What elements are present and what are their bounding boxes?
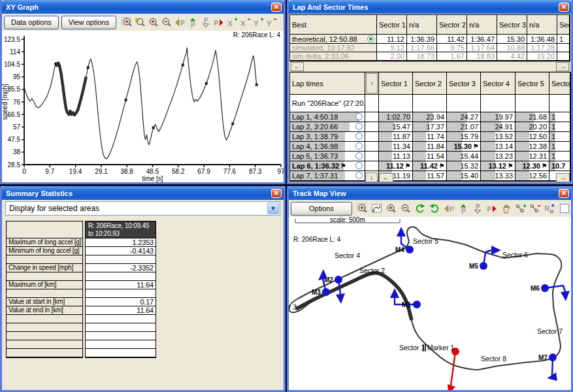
lap-row[interactable]: Lap 7, 1:37.3111.1911.5715.4013.3312.56	[290, 171, 570, 181]
data-options-button[interactable]: Data options	[4, 16, 59, 29]
remove-x-axis-icon[interactable]: X	[239, 17, 251, 28]
pb-flag-icon: ⚑	[439, 163, 444, 169]
lap-row[interactable]: Lap 6, 1:36.32⚑11.12⚑11.42⚑15.3213.12⚑12…	[290, 161, 570, 171]
lap-sector-times-window: Lap And Sector Times ✕ BestSector 1n/aSe…	[287, 0, 573, 184]
lap-radio[interactable]	[355, 172, 363, 179]
best-times-table: BestSector 1n/aSector 2n/aSector 3n/aSec…	[289, 14, 570, 61]
chevron-down-icon[interactable]: ▼	[267, 203, 279, 214]
best-row[interactable]: simulated, 10:17.829.121:17.669.751:17.6…	[290, 44, 570, 52]
rotate-ccw-icon[interactable]	[429, 203, 440, 214]
best-cell: 1:17.28	[527, 44, 557, 52]
xy-chart-area: R: 206Race L: 4 123.5114104.59585.57666.…	[2, 31, 284, 182]
add-x-axis-icon[interactable]: X	[226, 17, 238, 28]
next-marker-icon[interactable]: P	[213, 17, 225, 28]
summary-titlebar[interactable]: Summary Statistics ✕	[2, 186, 284, 200]
marker-up-icon[interactable]: P	[457, 203, 469, 214]
lap-radio[interactable]	[355, 142, 363, 150]
marker-down-icon[interactable]: P	[472, 203, 483, 214]
sector-label: Sector 8	[481, 355, 506, 363]
sector-time-cell: 13.23	[481, 152, 516, 161]
sector-time-cell: 1	[549, 142, 570, 152]
prev-marker-icon[interactable]: P	[174, 17, 186, 28]
best-row-label: sim delta, 2:33.06	[290, 52, 377, 61]
lap-scroll-right-button[interactable]: →	[556, 173, 570, 182]
best-cell: 4.42	[497, 52, 527, 61]
rotate-cw-icon[interactable]	[414, 203, 426, 214]
best-cell: 1.67	[437, 52, 467, 61]
close-icon[interactable]: ✕	[271, 189, 282, 198]
add-run-icon[interactable]: R	[544, 203, 555, 214]
lap-radio[interactable]	[355, 113, 363, 120]
lap-arrow-col	[365, 122, 379, 132]
track-map-titlebar[interactable]: Track Map View ✕	[289, 186, 571, 200]
lap-label: Lap 7, 1:37.31	[290, 171, 365, 181]
lap-radio[interactable]	[355, 133, 363, 140]
sector-time-cell: 15.40	[447, 171, 481, 181]
svg-text:P: P	[487, 205, 492, 212]
close-icon[interactable]: ✕	[559, 189, 569, 198]
sector-time-cell: 11.84	[413, 142, 447, 152]
lap-row[interactable]: Lap 2, 3:20.6615.4717.3721.0724.9120.201	[290, 122, 570, 132]
stat-value	[86, 255, 156, 264]
close-icon[interactable]: ✕	[559, 3, 569, 12]
lap-row[interactable]: Lap 1, 4:50.181:02.7023.9424.2719.9721.6…	[290, 112, 570, 122]
show-track-icon[interactable]	[371, 203, 383, 214]
remove-node-icon[interactable]	[529, 203, 541, 214]
zoom-out-icon[interactable]	[161, 17, 172, 28]
stat-value	[86, 315, 156, 323]
prev-marker-icon[interactable]: P	[443, 203, 455, 214]
next-marker-icon[interactable]: P	[486, 203, 498, 214]
display-mode-dropdown[interactable]: Display for selected areas ▼	[5, 201, 280, 216]
track-map-client: Options PPPPR scale: 500mR: 206Race L: 4…	[289, 200, 571, 390]
svg-text:P: P	[450, 205, 454, 212]
best-col-header: Sector 2	[437, 15, 467, 35]
zoom-area-icon[interactable]	[122, 17, 133, 28]
add-node-icon[interactable]	[515, 203, 527, 214]
lap-row[interactable]: Lap 4, 1:36.9811.3411.8415.30⚑13.1412.38…	[290, 142, 570, 152]
scroll-left-button[interactable]: ←	[291, 62, 304, 71]
best-row[interactable]: theoretical, 12:50.8811.121:36.3911.421:…	[290, 35, 570, 44]
marker-down-icon[interactable]: P	[200, 17, 212, 28]
best-row[interactable]: sim delta, 2:33.062.0018.731.6718.834.42…	[290, 52, 570, 61]
sector-time-cell: 12.31	[516, 152, 549, 161]
zoom-out-icon[interactable]	[400, 203, 412, 214]
selected-radio[interactable]	[367, 35, 374, 42]
pb-flag-icon: ⚑	[542, 163, 547, 169]
scroll-up-button[interactable]: ↑	[366, 73, 378, 93]
svg-text:38: 38	[13, 148, 21, 155]
options-button[interactable]: Options	[291, 202, 352, 216]
xy-graph-titlebar[interactable]: XY Graph ✕	[2, 0, 284, 14]
marker-up-icon[interactable]: P	[187, 17, 199, 28]
remove-y-axis-icon[interactable]: Y	[265, 17, 277, 28]
best-col-header: Sector 1	[377, 15, 407, 35]
zoom-reset-icon[interactable]: R	[135, 17, 146, 28]
marker-dot-icon	[322, 288, 330, 296]
svg-text:P: P	[204, 17, 208, 24]
scroll-right-button[interactable]: →	[556, 62, 569, 71]
close-icon[interactable]: ✕	[271, 3, 282, 12]
color-swatch[interactable]	[560, 204, 569, 213]
lap-radio[interactable]	[355, 123, 363, 130]
stat-label-column: Maximum of long accel [g]Minimum of long…	[6, 221, 83, 358]
lap-scroll-left-button[interactable]: ←	[379, 173, 393, 182]
stat-label	[7, 340, 82, 349]
svg-text:58.2: 58.2	[172, 168, 185, 175]
view-options-button[interactable]: View options	[61, 16, 116, 29]
zoom-area-icon[interactable]	[357, 203, 368, 214]
lap-radio[interactable]	[355, 162, 363, 169]
pan-icon[interactable]	[500, 203, 512, 214]
lap-times-titlebar[interactable]: Lap And Sector Times ✕	[289, 0, 571, 14]
svg-text:P: P	[214, 19, 218, 26]
zoom-in-icon[interactable]	[385, 203, 397, 214]
scroll-down-button[interactable]: ↓	[365, 172, 378, 182]
zoom-in-icon[interactable]	[148, 17, 159, 28]
svg-text:X: X	[227, 19, 233, 27]
lap-row[interactable]: Lap 5, 1:36.7311.1311.5415.4413.2312.311	[290, 152, 570, 161]
best-table-hscrollbar[interactable]: ← →	[289, 61, 570, 72]
add-y-axis-icon[interactable]: Y	[252, 17, 264, 28]
lap-col-header: Sector 2	[413, 73, 447, 95]
lap-radio[interactable]	[355, 152, 363, 159]
lap-row[interactable]: Lap 3, 1:38.7911.8711.7415.7913.5212.501	[290, 132, 570, 142]
sector-time-cell: 11.57	[413, 171, 447, 181]
scale-label: scale: 500m	[330, 217, 365, 223]
